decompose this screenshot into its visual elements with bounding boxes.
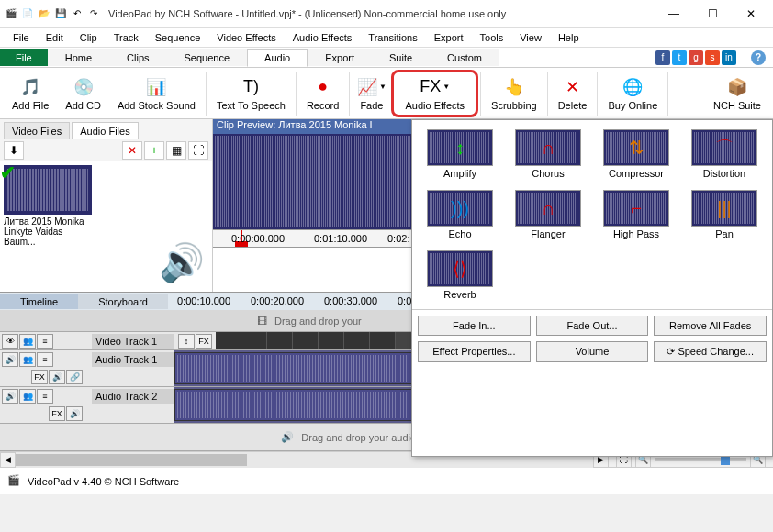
remove-fades-button[interactable]: Remove All Fades [654, 316, 767, 336]
burger-icon[interactable]: ≡ [37, 334, 53, 349]
fx-distortion[interactable]: ⌒Distortion [684, 127, 765, 181]
text-to-speech-button[interactable]: T)Text To Speech [208, 70, 294, 117]
new-icon[interactable]: 📄 [20, 6, 35, 21]
globe-icon: 🌐 [622, 76, 644, 98]
add-cd-button[interactable]: 💿Add CD [57, 70, 109, 117]
minimize-button[interactable]: — [655, 3, 692, 25]
menu-export[interactable]: Export [427, 30, 471, 45]
fx-high-pass[interactable]: ⌐High Pass [596, 188, 677, 241]
tab-storyboard[interactable]: Storyboard [78, 294, 168, 309]
redo-icon[interactable]: ↷ [86, 6, 101, 21]
statusbar: 🎬 VideoPad v 4.40 © NCH Software [0, 467, 773, 494]
bin-delete-button[interactable]: ✕ [122, 141, 142, 160]
open-icon[interactable]: 📂 [37, 6, 51, 21]
menu-view[interactable]: View [512, 30, 549, 45]
clip-thumbnail[interactable]: ✔ Литва 2015 Monika Linkyte Vaidas Baum.… [4, 165, 92, 247]
maximize-button[interactable]: ☐ [694, 3, 731, 25]
menu-file[interactable]: File [6, 30, 37, 45]
eye-icon[interactable]: 👁 [2, 334, 18, 349]
track-mute-button[interactable]: 🔊 [49, 370, 65, 384]
undo-icon[interactable]: ↶ [70, 6, 84, 21]
fx-pan[interactable]: |||Pan [684, 188, 765, 241]
status-text: VideoPad v 4.40 © NCH Software [28, 476, 179, 487]
people-icon[interactable]: 👥 [19, 352, 36, 367]
bin-expand-button[interactable]: ⛶ [188, 141, 208, 160]
delete-button[interactable]: ✕Delete [550, 70, 596, 117]
twitter-icon[interactable]: t [672, 50, 687, 65]
track-fx-button[interactable]: FX [49, 406, 65, 421]
menu-audio-effects[interactable]: Audio Effects [286, 30, 360, 45]
track-mute-button[interactable]: 🔊 [66, 406, 83, 421]
tab-timeline[interactable]: Timeline [0, 294, 78, 309]
scroll-thumb[interactable] [16, 454, 247, 466]
ruler-tick: 0:00:00.000 [231, 233, 285, 244]
track-link-button[interactable]: 🔗 [66, 370, 83, 384]
help-icon[interactable]: ? [751, 50, 766, 65]
people-icon[interactable]: 👥 [19, 389, 36, 404]
scroll-left-button[interactable]: ◀ [0, 452, 16, 468]
speed-change-button[interactable]: ⟳ Speed Change... [654, 341, 767, 362]
ribbon-tab-suite[interactable]: Suite [372, 49, 430, 66]
menu-transitions[interactable]: Transitions [361, 30, 424, 45]
bin-grid-button[interactable]: ▦ [166, 141, 186, 160]
fade-button[interactable]: 📈▼Fade [352, 70, 391, 117]
menu-edit[interactable]: Edit [39, 30, 71, 45]
ribbon-tab-export[interactable]: Export [308, 49, 372, 66]
track-fx-button[interactable]: FX [196, 334, 212, 349]
ribbon-tab-audio[interactable]: Audio [247, 49, 308, 67]
bin-tab-audio[interactable]: Audio Files [72, 122, 138, 139]
menu-video-effects[interactable]: Video Effects [209, 30, 283, 45]
people-icon[interactable]: 👥 [19, 334, 36, 349]
ribbon-tab-clips[interactable]: Clips [109, 49, 166, 66]
fx-echo[interactable]: )))Echo [420, 188, 500, 241]
burger-icon[interactable]: ≡ [37, 389, 53, 404]
add-stock-sound-button[interactable]: 📊Add Stock Sound [109, 70, 204, 117]
save-icon[interactable]: 💾 [53, 6, 68, 21]
buy-online-button[interactable]: 🌐Buy Online [599, 70, 666, 117]
linkedin-icon[interactable]: in [722, 50, 736, 65]
fx-flanger[interactable]: ∩Flanger [508, 188, 588, 241]
fx-amplify[interactable]: ↕Amplify [420, 127, 500, 181]
video-track-label[interactable]: Video Track 1 [92, 334, 174, 349]
app-icon: 🎬 [4, 6, 18, 21]
nch-suite-button[interactable]: 📦NCH Suite [705, 70, 769, 117]
stumble-icon[interactable]: s [705, 50, 720, 65]
ribbon-tab-sequence[interactable]: Sequence [167, 49, 248, 66]
menu-track[interactable]: Track [106, 30, 146, 45]
effect-properties-button[interactable]: Effect Properties... [418, 341, 531, 362]
track-fx-button[interactable]: FX [31, 370, 48, 384]
menu-help[interactable]: Help [551, 30, 587, 45]
bin-add-down-button[interactable]: ⬇ [4, 141, 24, 160]
gplus-icon[interactable]: g [689, 50, 703, 65]
ribbon-tab-home[interactable]: Home [48, 49, 109, 66]
audio-effects-button[interactable]: FX▼Audio Effects [391, 70, 478, 117]
add-file-button[interactable]: 🎵Add File [4, 70, 57, 117]
ribbon-tab-custom[interactable]: Custom [430, 49, 499, 66]
close-button[interactable]: ✕ [733, 3, 769, 25]
scrubbing-button[interactable]: 👆Scrubbing [483, 70, 545, 117]
speaker-icon[interactable]: 🔊 [2, 352, 18, 367]
window-buttons: — ☐ ✕ [655, 3, 769, 25]
zoom-slider[interactable] [655, 458, 746, 461]
menu-sequence[interactable]: Sequence [148, 30, 208, 45]
record-button[interactable]: ●Record [298, 70, 347, 117]
ribbon-tab-file[interactable]: File [0, 49, 48, 66]
fade-out-button[interactable]: Fade Out... [536, 316, 649, 336]
fx-reverb[interactable]: ⟨⟩Reverb [420, 249, 500, 302]
fx-buttons: Fade In... Fade Out... Remove All Fades … [412, 309, 772, 368]
fx-chorus[interactable]: ∩Chorus [508, 127, 588, 181]
audio-track-1-label[interactable]: Audio Track 1 [92, 352, 174, 367]
fx-compressor[interactable]: ⇅Compressor [596, 127, 677, 181]
volume-button[interactable]: Volume [536, 341, 649, 362]
menu-tools[interactable]: Tools [473, 30, 511, 45]
menu-clip[interactable]: Clip [73, 30, 105, 45]
track-resize-button[interactable]: ↕ [178, 334, 195, 349]
bin-tab-video[interactable]: Video Files [4, 122, 70, 139]
bin-content[interactable]: ✔ Литва 2015 Monika Linkyte Vaidas Baum.… [0, 161, 212, 292]
burger-icon[interactable]: ≡ [37, 352, 53, 367]
fade-in-button[interactable]: Fade In... [418, 316, 531, 336]
speaker-icon[interactable]: 🔊 [2, 389, 18, 404]
facebook-icon[interactable]: f [655, 50, 670, 65]
audio-track-2-label[interactable]: Audio Track 2 [92, 389, 174, 404]
bin-add-button[interactable]: + [144, 141, 164, 160]
